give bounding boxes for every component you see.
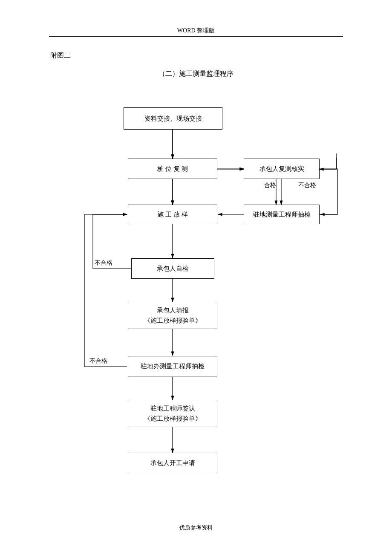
node-start-application: 承包人开工申请	[128, 453, 217, 473]
edge-label-pass: 合格	[264, 182, 276, 189]
node-resident-engineer-sign: 驻地工程师签认 《施工放样报验单》	[128, 400, 217, 427]
node-data-handover: 资料交接、现场交接	[124, 107, 222, 130]
edge-label-fail-n3: 不合格	[298, 182, 316, 189]
node-pile-retest: 桩 位 复 测	[128, 159, 217, 179]
node-contractor-report-line2: 《施工放样报验单》	[144, 315, 202, 326]
node-resident-engineer-sign-line2: 《施工放样报验单》	[144, 413, 202, 424]
edge-label-fail-n6: 不合格	[95, 259, 112, 267]
node-contractor-report-line1: 承包人填报	[157, 305, 189, 315]
node-resident-engineer-sign-line1: 驻地工程师签认	[150, 403, 195, 413]
node-resident-surveyor-check: 驻地测量工程师抽检	[244, 205, 320, 224]
node-contractor-report: 承包人填报 《施工放样报验单》	[128, 302, 217, 329]
node-construction-setout: 施 工 放 样	[128, 205, 217, 224]
edge-label-fail-n8: 不合格	[89, 357, 107, 365]
node-contractor-selfcheck: 承包人自检	[131, 258, 214, 279]
page-footer: 优质参考资料	[0, 524, 392, 532]
flowchart: 资料交接、现场交接 桩 位 复 测 承包人复测核实 施 工 放 样 驻地测量工程…	[0, 0, 392, 555]
node-contractor-verify: 承包人复测核实	[244, 159, 320, 179]
page: WORD 整理版 附图二 （二）施工测量监理程序	[0, 0, 392, 555]
node-resident-office-check: 驻地办测量工程师抽检	[128, 356, 217, 376]
